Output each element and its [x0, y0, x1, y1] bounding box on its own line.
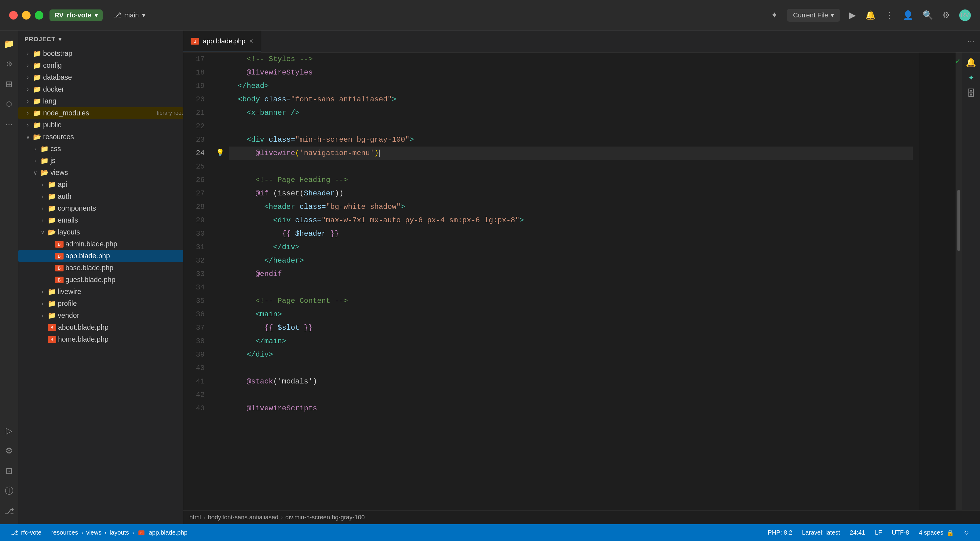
sidebar-item-resources[interactable]: ∨ 📂 resources: [18, 131, 183, 143]
lint-icon[interactable]: ⚙: [2, 444, 16, 458]
status-path[interactable]: resources › views › layouts › B app.blad…: [46, 529, 192, 536]
tab-app-blade[interactable]: B app.blade.php ✕: [183, 30, 261, 52]
branch-badge[interactable]: ⎇ main ▾: [109, 10, 150, 21]
tab-more-button[interactable]: ⋯: [962, 30, 980, 52]
explorer-icon[interactable]: 📁: [2, 36, 16, 51]
minimize-button[interactable]: [22, 11, 30, 19]
database-icon[interactable]: 🗄: [967, 88, 975, 98]
code-token: [229, 267, 255, 281]
scrollbar-thumb[interactable]: [958, 190, 960, 251]
sidebar-item-database[interactable]: › 📁 database: [18, 71, 183, 83]
status-blade-icon: B: [138, 530, 145, 535]
gutter-line-24[interactable]: 💡: [211, 146, 229, 160]
sidebar-item-app-blade[interactable]: B app.blade.php: [18, 250, 183, 262]
more-options-icon[interactable]: ⋮: [885, 10, 894, 20]
status-sync[interactable]: ↻: [959, 529, 974, 536]
code-token: [229, 200, 264, 214]
lightbulb-icon[interactable]: 💡: [216, 146, 224, 160]
code-token: [229, 308, 255, 321]
run-debug-icon[interactable]: ▷: [2, 424, 16, 438]
chevron-right-icon: ›: [24, 51, 31, 57]
info-icon[interactable]: ⓘ: [2, 484, 16, 498]
current-file-button[interactable]: Current File ▾: [787, 9, 840, 22]
code-line-23: <div class="min-h-screen bg-gray-100">: [229, 133, 913, 146]
code-token: </div>: [247, 348, 273, 362]
notifications-icon[interactable]: 🔔: [966, 57, 976, 67]
sidebar-item-emails[interactable]: › 📁 emails: [18, 214, 183, 226]
code-line-19: </head>: [229, 79, 913, 93]
status-indent[interactable]: 4 spaces 🔒: [914, 529, 959, 536]
sidebar-item-about-blade[interactable]: B about.blade.php: [18, 322, 183, 333]
project-badge[interactable]: RV rfc-vote ▾: [49, 10, 103, 21]
sidebar-item-views[interactable]: ∨ 📂 views: [18, 167, 183, 179]
debug-icon[interactable]: 🔔: [865, 10, 876, 20]
status-indent-value: 4 spaces: [919, 529, 943, 536]
sidebar-item-layouts[interactable]: ∨ 📂 layouts: [18, 226, 183, 238]
editor-scrollbar[interactable]: ✓: [956, 52, 962, 510]
sidebar-item-api[interactable]: › 📁 api: [18, 179, 183, 190]
status-encoding[interactable]: UTF-8: [887, 529, 914, 536]
sidebar-item-livewire[interactable]: › 📁 livewire: [18, 286, 183, 298]
close-button[interactable]: [9, 11, 18, 19]
ai-assistant-icon[interactable]: ✦: [968, 74, 974, 82]
sidebar-item-components[interactable]: › 📁 components: [18, 202, 183, 214]
editor-scroll[interactable]: 17 18 19 20 21 22 23 24 25 26 27 28 29 3…: [183, 52, 919, 510]
tab-close-icon[interactable]: ✕: [249, 38, 253, 44]
sidebar-item-public[interactable]: › 📁 public: [18, 119, 183, 131]
sidebar-item-profile[interactable]: › 📁 profile: [18, 298, 183, 309]
sidebar-item-css[interactable]: › 📁 css: [18, 143, 183, 155]
chevron-right-icon: ›: [24, 122, 31, 128]
status-bar: ⎇ rfc-vote resources › views › layouts ›…: [0, 524, 980, 541]
collab-icon[interactable]: 👤: [903, 10, 913, 20]
status-branch[interactable]: ⎇ rfc-vote: [6, 529, 46, 536]
git-icon[interactable]: ⎇: [2, 504, 16, 518]
run-icon[interactable]: ▶: [849, 10, 856, 20]
branch-arrow-icon: ▾: [142, 11, 145, 19]
code-token: @stack: [247, 375, 273, 388]
tree-item-label: css: [50, 145, 183, 153]
code-token: <!-- Page Content -->: [255, 294, 348, 308]
sidebar-item-auth[interactable]: › 📁 auth: [18, 190, 183, 202]
folder-icon: 📁: [48, 216, 56, 224]
code-token: <!-- Page Heading -->: [255, 173, 348, 187]
code-token: </header>: [264, 254, 304, 267]
status-line-ending[interactable]: LF: [870, 529, 887, 536]
status-framework[interactable]: Laravel: latest: [797, 529, 845, 536]
sidebar-item-docker[interactable]: › 📁 docker: [18, 83, 183, 95]
breadcrumb-body[interactable]: body.font-sans.antialiased: [208, 514, 278, 521]
sidebar-item-lang[interactable]: › 📁 lang: [18, 95, 183, 107]
code-token: )): [335, 187, 344, 200]
ai-icon[interactable]: ✦: [771, 10, 778, 20]
sidebar-item-base-blade[interactable]: B base.blade.php: [18, 262, 183, 274]
code-token: [229, 294, 255, 308]
terminal-icon[interactable]: ⊡: [2, 464, 16, 478]
status-php-version: PHP: 8.2: [768, 529, 792, 536]
sidebar-item-config[interactable]: › 📁 config: [18, 60, 183, 71]
settings-icon[interactable]: ⚙: [942, 10, 950, 20]
extensions-icon[interactable]: ⊞: [2, 77, 16, 91]
sidebar-item-guest-blade[interactable]: B guest.blade.php: [18, 274, 183, 286]
code-line-24: @livewire('navigation-menu'): [229, 146, 913, 160]
code-token: </head>: [238, 79, 269, 93]
avatar-icon[interactable]: RV: [959, 10, 971, 21]
sidebar-item-js[interactable]: › 📁 js: [18, 155, 183, 167]
sidebar-item-bootstrap[interactable]: › 📁 bootstrap: [18, 48, 183, 60]
status-path-views: views: [86, 529, 102, 536]
status-language[interactable]: PHP: 8.2: [763, 529, 797, 536]
maximize-button[interactable]: [35, 11, 43, 19]
more-tools-icon[interactable]: ···: [2, 117, 16, 131]
breadcrumb-html[interactable]: html: [189, 514, 201, 521]
search-icon[interactable]: 🔍: [923, 10, 933, 20]
plugins-icon[interactable]: ⬡: [2, 97, 16, 111]
code-editor[interactable]: <!-- Styles --> @livewireStyles </head>: [229, 52, 919, 510]
status-cursor[interactable]: 24:41: [845, 529, 870, 536]
code-token: [229, 227, 282, 241]
sidebar-item-admin-blade[interactable]: B admin.blade.php: [18, 238, 183, 250]
source-control-icon[interactable]: ⊕: [2, 57, 16, 71]
sidebar-item-vendor[interactable]: › 📁 vendor: [18, 309, 183, 322]
breadcrumb-div[interactable]: div.min-h-screen.bg-gray-100: [285, 514, 365, 521]
editor-gutter: 💡: [211, 52, 229, 510]
sidebar-item-node-modules[interactable]: › 📁 node_modules library root: [18, 107, 183, 119]
sidebar-item-home-blade[interactable]: B home.blade.php: [18, 333, 183, 345]
sidebar-header: Project ▾: [18, 30, 183, 48]
